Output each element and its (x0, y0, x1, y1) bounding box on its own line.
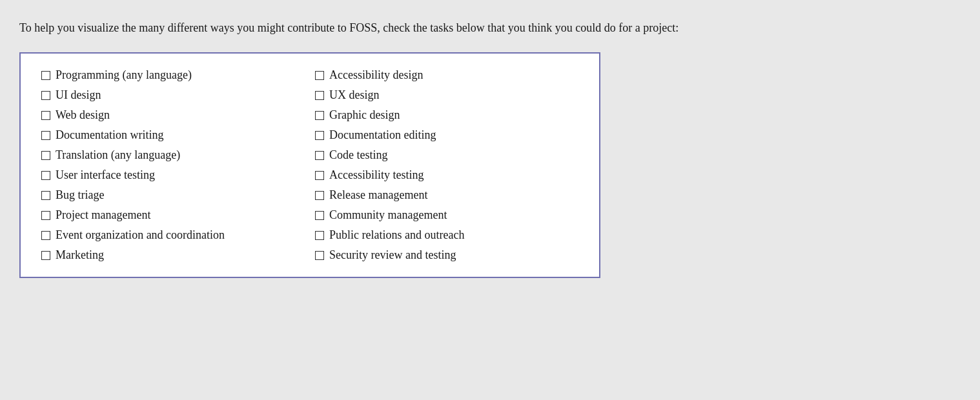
list-item[interactable]: Documentation writing (36, 125, 310, 145)
intro-paragraph: To help you visualize the many different… (19, 19, 955, 37)
acc-testing-checkbox[interactable] (315, 171, 324, 180)
web-design-label: Web design (56, 108, 110, 122)
list-item[interactable]: Accessibility testing (310, 165, 584, 185)
list-item[interactable]: Event organization and coordination (36, 225, 310, 245)
list-item[interactable]: Release management (310, 185, 584, 205)
code-testing-checkbox[interactable] (315, 151, 324, 160)
graphic-design-label: Graphic design (329, 108, 400, 122)
web-design-checkbox[interactable] (41, 111, 50, 120)
release-mgmt-label: Release management (329, 188, 427, 202)
list-item[interactable]: Community management (310, 205, 584, 225)
list-item[interactable]: Project management (36, 205, 310, 225)
pr-outreach-checkbox[interactable] (315, 231, 324, 240)
ux-design-label: UX design (329, 88, 380, 102)
release-mgmt-checkbox[interactable] (315, 191, 324, 200)
doc-editing-checkbox[interactable] (315, 131, 324, 140)
doc-writing-label: Documentation writing (56, 128, 163, 142)
pr-outreach-label: Public relations and outreach (329, 228, 464, 242)
proj-mgmt-label: Project management (56, 208, 150, 222)
proj-mgmt-checkbox[interactable] (41, 211, 50, 220)
event-org-label: Event organization and coordination (56, 228, 225, 242)
list-item[interactable]: Web design (36, 105, 310, 125)
list-item[interactable]: Marketing (36, 245, 310, 265)
list-item[interactable]: Graphic design (310, 105, 584, 125)
prog-label: Programming (any language) (56, 68, 192, 82)
doc-editing-label: Documentation editing (329, 128, 436, 142)
list-item[interactable]: Security review and testing (310, 245, 584, 265)
list-item[interactable]: User interface testing (36, 165, 310, 185)
marketing-label: Marketing (56, 248, 104, 262)
list-item[interactable]: UX design (310, 85, 584, 105)
list-item[interactable]: UI design (36, 85, 310, 105)
doc-writing-checkbox[interactable] (41, 131, 50, 140)
bug-triage-checkbox[interactable] (41, 191, 50, 200)
ui-testing-checkbox[interactable] (41, 171, 50, 180)
code-testing-label: Code testing (329, 148, 388, 162)
acc-design-label: Accessibility design (329, 68, 423, 82)
list-item[interactable]: Code testing (310, 145, 584, 165)
list-item[interactable]: Bug triage (36, 185, 310, 205)
ui-design-checkbox[interactable] (41, 91, 50, 100)
event-org-checkbox[interactable] (41, 231, 50, 240)
security-checkbox[interactable] (315, 251, 324, 260)
list-item[interactable]: Accessibility design (310, 65, 584, 85)
bug-triage-label: Bug triage (56, 188, 104, 202)
list-item[interactable]: Public relations and outreach (310, 225, 584, 245)
translation-checkbox[interactable] (41, 151, 50, 160)
community-mgmt-label: Community management (329, 208, 447, 222)
list-item[interactable]: Translation (any language) (36, 145, 310, 165)
ui-testing-label: User interface testing (56, 168, 155, 182)
translation-label: Translation (any language) (56, 148, 180, 162)
list-item[interactable]: Programming (any language) (36, 65, 310, 85)
graphic-design-checkbox[interactable] (315, 111, 324, 120)
ux-design-checkbox[interactable] (315, 91, 324, 100)
prog-checkbox[interactable] (41, 71, 50, 80)
acc-testing-label: Accessibility testing (329, 168, 424, 182)
checklist-grid: Programming (any language)Accessibility … (36, 65, 584, 265)
security-label: Security review and testing (329, 248, 456, 262)
marketing-checkbox[interactable] (41, 251, 50, 260)
acc-design-checkbox[interactable] (315, 71, 324, 80)
community-mgmt-checkbox[interactable] (315, 211, 324, 220)
ui-design-label: UI design (56, 88, 101, 102)
checklist-container: Programming (any language)Accessibility … (19, 52, 600, 278)
list-item[interactable]: Documentation editing (310, 125, 584, 145)
